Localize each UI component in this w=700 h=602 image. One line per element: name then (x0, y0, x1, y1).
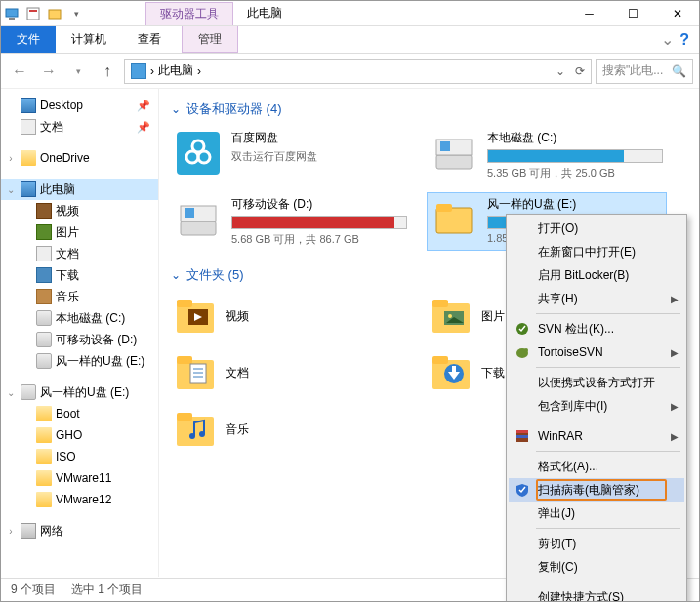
ribbon-tab-computer[interactable]: 计算机 (56, 26, 122, 53)
context-menu-label: SVN 检出(K)... (538, 321, 614, 338)
tree-item-usb-drive[interactable]: ⌄ 风一样的U盘 (E:) (1, 381, 158, 403)
tree-label: 视频 (56, 203, 79, 220)
context-menu-item[interactable]: 扫描病毒(电脑管家) (509, 478, 684, 502)
window-title: 此电脑 (233, 2, 296, 25)
nav-forward-button[interactable]: → (36, 59, 62, 84)
context-menu-item[interactable]: 打开(O) (509, 217, 684, 240)
tortoise-icon (515, 344, 530, 360)
tree-item[interactable]: Boot (1, 403, 158, 424)
context-menu-item[interactable]: 格式化(A)... (509, 455, 684, 478)
nav-back-button[interactable]: ← (7, 59, 32, 84)
svg-rect-9 (436, 155, 472, 169)
drive-item[interactable]: 百度网盘 双击运行百度网盘 (171, 126, 411, 184)
folder-item[interactable]: 音乐 (171, 405, 411, 454)
search-input[interactable]: 搜索"此电... 🔍 (596, 59, 693, 84)
context-menu-item[interactable]: 包含到库中(I)▶ (509, 394, 684, 418)
refresh-icon[interactable]: ⟳ (575, 64, 585, 78)
tree-item[interactable]: 本地磁盘 (C:) (1, 307, 158, 329)
tree-item-onedrive[interactable]: › OneDrive (1, 147, 158, 169)
svg-rect-11 (440, 141, 450, 151)
tree-item[interactable]: 视频 (1, 200, 158, 221)
context-menu-item[interactable]: 启用 BitLocker(B) (509, 263, 684, 287)
ribbon-tab-file[interactable]: 文件 (1, 26, 56, 53)
qat-properties-icon[interactable] (22, 3, 44, 24)
tree-item[interactable]: VMware11 (1, 467, 158, 489)
nav-recent-dropdown[interactable]: ▾ (65, 59, 91, 84)
minimize-button[interactable]: ─ (567, 1, 611, 26)
tree-label: 文档 (56, 246, 79, 262)
help-icon[interactable]: ? (679, 31, 689, 49)
tree-item[interactable]: VMware12 (1, 489, 158, 510)
svg-rect-3 (29, 10, 37, 12)
context-menu-item[interactable]: 在新窗口中打开(E) (509, 240, 684, 263)
tree-item-documents[interactable]: 文档📌 (1, 116, 158, 138)
ribbon-tab-view[interactable]: 查看 (122, 26, 177, 53)
qat-dropdown-icon[interactable]: ▾ (65, 3, 87, 24)
tree-item[interactable]: ISO (1, 446, 158, 467)
context-menu-item[interactable]: 以便携式设备方式打开 (509, 371, 684, 394)
breadcrumb-dropdown-icon[interactable]: ⌄ (556, 64, 565, 78)
context-menu-item[interactable]: WinRAR▶ (509, 424, 684, 448)
tree-item[interactable]: 图片 (1, 221, 158, 243)
tree-item-thispc[interactable]: ⌄ 此电脑 (1, 179, 158, 200)
svg-rect-33 (432, 356, 448, 364)
folder-icon (36, 492, 52, 507)
folder-item[interactable]: 文档 (171, 348, 411, 397)
pc-icon (21, 181, 36, 197)
qat-new-folder-icon[interactable] (44, 3, 65, 24)
context-menu-item[interactable]: 复制(C) (509, 555, 684, 579)
drive-name: 风一样的U盘 (E:) (487, 196, 663, 213)
tree-item[interactable]: 可移动设备 (D:) (1, 329, 158, 350)
tree-item[interactable]: 下载 (1, 264, 158, 286)
tree-icon (36, 289, 52, 304)
tree-label: 图片 (56, 224, 79, 241)
tree-icon (36, 310, 52, 326)
contextual-tab-drive-tools[interactable]: 驱动器工具 (145, 2, 233, 25)
context-menu-item[interactable]: 共享(H)▶ (509, 287, 684, 310)
maximize-button[interactable]: ☐ (611, 1, 655, 26)
folder-icon (431, 352, 472, 393)
tree-item[interactable]: 文档 (1, 243, 158, 264)
context-menu-item[interactable]: 剪切(T) (509, 532, 684, 555)
context-menu-item[interactable]: SVN 检出(K)... (509, 317, 684, 341)
tree-icon (36, 332, 52, 347)
navigation-tree[interactable]: Desktop📌 文档📌 › OneDrive ⌄ 此电脑 视频图片文档下载音乐… (1, 89, 159, 577)
folder-icon (36, 470, 52, 486)
folder-item[interactable]: 视频 (171, 292, 411, 341)
folder-name: 文档 (226, 365, 249, 381)
drive-subtitle: 双击运行百度网盘 (231, 149, 407, 164)
tree-item-desktop[interactable]: Desktop📌 (1, 95, 158, 116)
svg-rect-2 (27, 8, 39, 20)
tree-item[interactable]: GHO (1, 424, 158, 446)
system-menu-icon[interactable] (1, 3, 22, 24)
context-menu-item[interactable]: 弹出(J) (509, 502, 684, 525)
svg-point-24 (448, 314, 452, 318)
breadcrumb[interactable]: › 此电脑 › ⌄ ⟳ (124, 59, 592, 84)
folder-icon (175, 296, 216, 337)
svg-rect-38 (177, 413, 192, 421)
context-menu-item[interactable]: 创建快捷方式(S) (509, 585, 684, 602)
drive-item[interactable]: 可移动设备 (D:) 5.68 GB 可用，共 86.7 GB (171, 192, 411, 251)
tree-item-network[interactable]: › 网络 (1, 520, 158, 542)
tree-label: 风一样的U盘 (E:) (56, 353, 144, 370)
nav-up-button[interactable]: ↑ (95, 59, 120, 84)
ribbon-expand-icon[interactable]: ⌄ (661, 30, 674, 49)
svg-rect-12 (181, 221, 216, 235)
group-header-drives[interactable]: 设备和驱动器 (4) (171, 97, 687, 126)
svg-rect-36 (452, 366, 456, 374)
tree-item[interactable]: 音乐 (1, 286, 158, 307)
context-menu-item[interactable]: TortoiseSVN▶ (509, 341, 684, 364)
ribbon-tab-manage[interactable]: 管理 (182, 26, 238, 53)
close-button[interactable]: ✕ (655, 1, 699, 26)
drive-name: 可移动设备 (D:) (231, 196, 407, 213)
context-menu-label: 复制(C) (538, 559, 578, 576)
winrar-icon (515, 428, 530, 444)
tree-label: VMware11 (56, 471, 111, 485)
tree-icon (36, 224, 52, 240)
drive-subtitle: 5.68 GB 可用，共 86.7 GB (231, 232, 407, 247)
drive-item[interactable]: 本地磁盘 (C:) 5.35 GB 可用，共 25.0 GB (427, 126, 667, 184)
context-menu-label: 创建快捷方式(S) (538, 589, 624, 603)
folder-name: 视频 (226, 308, 249, 325)
breadcrumb-location[interactable]: 此电脑 (158, 62, 193, 79)
tree-item[interactable]: 风一样的U盘 (E:) (1, 350, 158, 372)
